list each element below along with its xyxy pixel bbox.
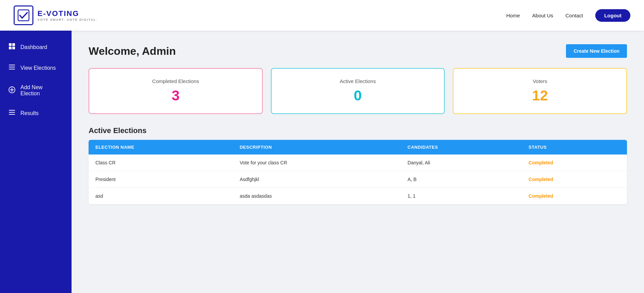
- voters-value: 12: [532, 87, 548, 104]
- active-elections-title: Active Elections: [89, 126, 627, 135]
- sidebar-item-add-election[interactable]: Add New Election: [0, 79, 72, 102]
- cell-description: Vote for your class CR: [233, 154, 401, 171]
- logo-text: E-VOTING VOTE SMART. VOTE DIGITAL.: [37, 9, 97, 21]
- main-content: Welcome, Admin Create New Election Compl…: [72, 31, 644, 293]
- col-candidates: CANDIDATES: [401, 140, 522, 154]
- create-election-button[interactable]: Create New Election: [566, 44, 627, 58]
- sidebar-item-view-elections[interactable]: View Elections: [0, 58, 72, 78]
- svg-rect-11: [9, 110, 15, 111]
- table-row: Class CR Vote for your class CR Danyal, …: [89, 154, 627, 171]
- nav-home[interactable]: Home: [506, 13, 520, 18]
- sidebar-view-elections-label: View Elections: [20, 65, 56, 71]
- dashboard-icon: [8, 43, 16, 51]
- table-row: asd asda asdasdas 1, 1 Completed: [89, 188, 627, 205]
- sidebar-add-election-label: Add New Election: [20, 84, 63, 97]
- layout: Dashboard View Elections Add New Elect: [0, 31, 644, 293]
- cell-candidates: 1, 1: [401, 188, 522, 205]
- completed-elections-label: Completed Elections: [152, 78, 199, 84]
- cell-description: Asdfghjkl: [233, 171, 401, 188]
- sidebar-item-results[interactable]: Results: [0, 103, 72, 123]
- stat-cards: Completed Elections 3 Active Elections 0…: [89, 68, 627, 114]
- svg-rect-5: [9, 65, 15, 65]
- svg-rect-7: [9, 69, 15, 69]
- cell-election-name: asd: [89, 188, 233, 205]
- nav-about[interactable]: About Us: [532, 13, 553, 18]
- cell-candidates: A, B: [401, 171, 522, 188]
- add-election-icon: [8, 86, 16, 95]
- welcome-title: Welcome, Admin: [89, 45, 176, 58]
- logo-area: E-VOTING VOTE SMART. VOTE DIGITAL.: [14, 5, 97, 25]
- svg-rect-12: [9, 112, 15, 113]
- cell-status: Completed: [522, 188, 627, 205]
- voters-label: Voters: [533, 78, 547, 84]
- header: E-VOTING VOTE SMART. VOTE DIGITAL. Home …: [0, 0, 644, 31]
- view-elections-icon: [8, 64, 16, 72]
- svg-rect-13: [9, 114, 15, 115]
- table-row: President Asdfghjkl A, B Completed: [89, 171, 627, 188]
- completed-elections-value: 3: [172, 87, 180, 104]
- svg-rect-6: [9, 67, 15, 67]
- nav-links: Home About Us Contact Logout: [506, 9, 630, 22]
- sidebar: Dashboard View Elections Add New Elect: [0, 31, 72, 293]
- cell-election-name: Class CR: [89, 154, 233, 171]
- svg-rect-2: [12, 43, 15, 46]
- elections-table: ELECTION NAME DESCRIPTION CANDIDATES STA…: [89, 140, 627, 204]
- col-election-name: ELECTION NAME: [89, 140, 233, 154]
- logo-icon: [14, 5, 33, 25]
- col-description: DESCRIPTION: [233, 140, 401, 154]
- table-header-row: ELECTION NAME DESCRIPTION CANDIDATES STA…: [89, 140, 627, 154]
- cell-election-name: President: [89, 171, 233, 188]
- logo-title: E-VOTING: [37, 9, 97, 18]
- sidebar-dashboard-label: Dashboard: [20, 44, 47, 50]
- active-elections-label: Active Elections: [340, 78, 376, 84]
- stat-card-completed: Completed Elections 3: [89, 68, 263, 114]
- svg-rect-1: [9, 43, 12, 46]
- cell-description: asda asdasdas: [233, 188, 401, 205]
- welcome-bar: Welcome, Admin Create New Election: [89, 44, 627, 58]
- cell-status: Completed: [522, 154, 627, 171]
- col-status: STATUS: [522, 140, 627, 154]
- stat-card-voters: Voters 12: [453, 68, 627, 114]
- nav-contact[interactable]: Contact: [565, 13, 583, 18]
- cell-candidates: Danyal, Ali: [401, 154, 522, 171]
- logo-subtitle: VOTE SMART. VOTE DIGITAL.: [37, 18, 97, 21]
- logout-button[interactable]: Logout: [595, 9, 630, 22]
- sidebar-results-label: Results: [20, 110, 39, 116]
- cell-status: Completed: [522, 171, 627, 188]
- svg-rect-4: [12, 47, 15, 49]
- svg-rect-3: [9, 47, 12, 49]
- active-elections-value: 0: [354, 87, 362, 104]
- stat-card-active: Active Elections 0: [271, 68, 445, 114]
- sidebar-item-dashboard[interactable]: Dashboard: [0, 37, 72, 57]
- results-icon: [8, 109, 16, 117]
